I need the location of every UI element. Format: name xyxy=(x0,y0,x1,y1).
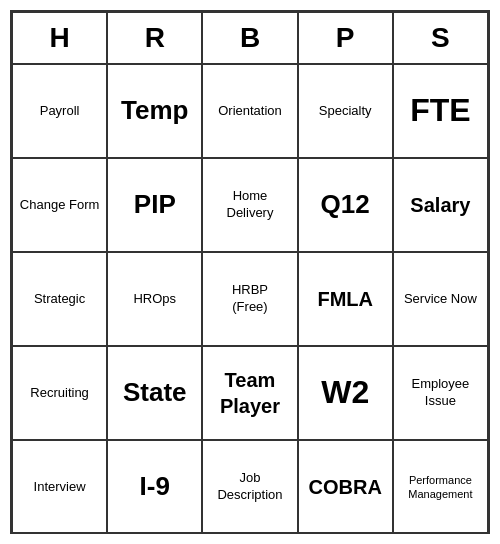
cell-r4-c3: Team Player xyxy=(202,346,297,440)
cell-r2-c1: Change Form xyxy=(12,158,107,252)
cell-r5-c3: Job Description xyxy=(202,440,297,534)
cell-r3-c3: HRBP (Free) xyxy=(202,252,297,346)
cell-r5-c5: Performance Management xyxy=(393,440,488,534)
cell-label: Salary xyxy=(410,192,470,218)
cell-label: Job Description xyxy=(207,470,292,504)
cell-r2-c4: Q12 xyxy=(298,158,393,252)
cell-label: PIP xyxy=(134,188,176,222)
cell-label: Interview xyxy=(34,479,86,496)
cell-label: Home Delivery xyxy=(207,188,292,222)
cell-label: Q12 xyxy=(321,188,370,222)
cell-r3-c5: Service Now xyxy=(393,252,488,346)
cell-r3-c1: Strategic xyxy=(12,252,107,346)
cell-label: Payroll xyxy=(40,103,80,120)
cell-r2-c5: Salary xyxy=(393,158,488,252)
cell-label: Temp xyxy=(121,94,188,128)
cell-label: Specialty xyxy=(319,103,372,120)
cell-label: Team Player xyxy=(207,367,292,419)
column-header: H xyxy=(12,12,107,64)
cell-label: Service Now xyxy=(404,291,477,308)
column-header: P xyxy=(298,12,393,64)
cell-r4-c5: Employee Issue xyxy=(393,346,488,440)
cell-r4-c2: State xyxy=(107,346,202,440)
cell-label: FMLA xyxy=(317,286,373,312)
cell-label: Performance Management xyxy=(398,473,483,502)
cell-label: HROps xyxy=(133,291,176,308)
cell-r3-c2: HROps xyxy=(107,252,202,346)
cell-r1-c5: FTE xyxy=(393,64,488,158)
cell-label: FTE xyxy=(410,90,470,132)
cell-label: Recruiting xyxy=(30,385,89,402)
cell-r5-c1: Interview xyxy=(12,440,107,534)
cell-r1-c4: Specialty xyxy=(298,64,393,158)
cell-label: Strategic xyxy=(34,291,85,308)
cell-r1-c3: Orientation xyxy=(202,64,297,158)
cell-r1-c2: Temp xyxy=(107,64,202,158)
cell-r1-c1: Payroll xyxy=(12,64,107,158)
cell-r2-c2: PIP xyxy=(107,158,202,252)
cell-r5-c4: COBRA xyxy=(298,440,393,534)
cell-label: W2 xyxy=(321,372,369,414)
cell-label: HRBP (Free) xyxy=(232,282,268,316)
cell-label: Employee Issue xyxy=(398,376,483,410)
column-header: R xyxy=(107,12,202,64)
column-header: S xyxy=(393,12,488,64)
cell-r2-c3: Home Delivery xyxy=(202,158,297,252)
cell-label: Change Form xyxy=(20,197,99,214)
cell-label: COBRA xyxy=(309,474,382,500)
cell-r5-c2: I-9 xyxy=(107,440,202,534)
cell-r4-c1: Recruiting xyxy=(12,346,107,440)
column-header: B xyxy=(202,12,297,64)
cell-label: State xyxy=(123,376,187,410)
bingo-card: HRBPSPayrollTempOrientationSpecialtyFTEC… xyxy=(10,10,490,534)
cell-label: I-9 xyxy=(140,470,170,504)
cell-r3-c4: FMLA xyxy=(298,252,393,346)
cell-label: Orientation xyxy=(218,103,282,120)
cell-r4-c4: W2 xyxy=(298,346,393,440)
